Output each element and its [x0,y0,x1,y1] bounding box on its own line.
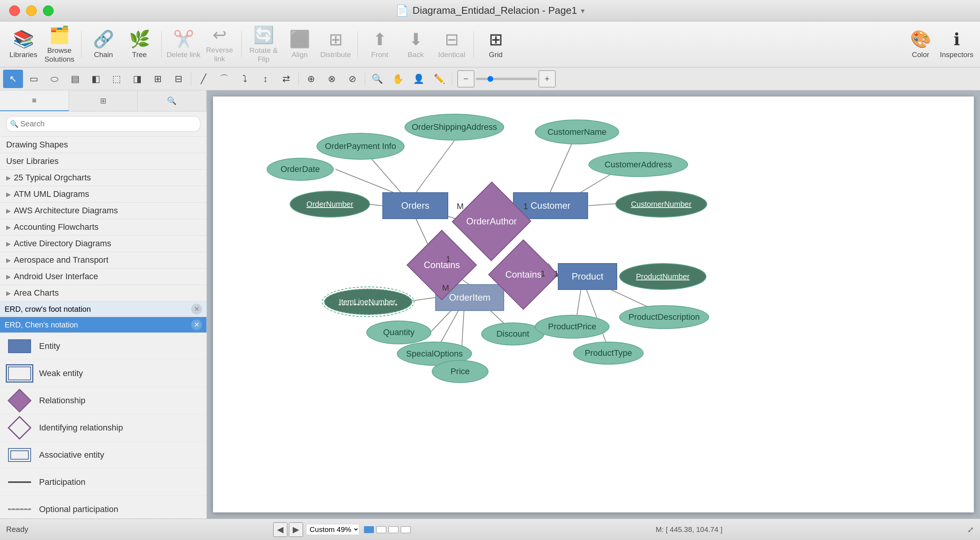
shape-item-optional-participation[interactable]: Optional participation [0,496,206,519]
attr-price[interactable]: Price [432,360,488,383]
line-tool-3[interactable]: ⤵ [235,70,255,88]
zoom-slider[interactable] [476,78,537,80]
sidebar-item-orgcharts[interactable]: ▶ 25 Typical Orgcharts [0,170,206,186]
shape-item-relationship[interactable]: Relationship [0,387,206,414]
group-tool-2[interactable]: ⊗ [322,70,342,88]
entity-orders[interactable]: Orders [382,192,448,219]
shape-item-weak-entity[interactable]: Weak entity [0,360,206,387]
zoom-select[interactable]: Custom 49% 25% 50% 75% 100% 150% 200% [306,524,359,535]
attr-order-number[interactable]: OrderNumber [290,191,370,218]
sidebar-item-active-directory[interactable]: ▶ Active Directory Diagrams [0,236,206,252]
sidebar-item-drawing-shapes[interactable]: Drawing Shapes [0,137,206,153]
distribute-button[interactable]: ⊞ Distribute [318,25,353,64]
delete-link-button[interactable]: ✂️ Delete link [166,25,201,64]
attr-product-type[interactable]: ProductType [573,342,644,365]
shape-tool-1[interactable]: ◧ [86,70,106,88]
sidebar-item-accounting[interactable]: ▶ Accounting Flowcharts [0,219,206,236]
shape-item-participation[interactable]: Participation [0,469,206,496]
attr-quantity[interactable]: Quantity [366,321,431,344]
page-indicator-1[interactable] [364,526,374,533]
zoom-out-tool[interactable]: 🔍 [367,70,387,88]
sidebar-tab-search[interactable]: 🔍 [138,90,206,111]
line-tool-4[interactable]: ↕ [256,70,275,88]
minimize-button[interactable] [26,5,37,16]
select-tool[interactable]: ↖ [3,70,23,88]
sidebar-item-atm-uml[interactable]: ▶ ATM UML Diagrams [0,186,206,203]
shape-tool-3[interactable]: ◨ [127,70,147,88]
attr-product-desc[interactable]: ProductDescription [619,305,709,329]
chain-button[interactable]: 🔗 Chain [86,25,121,64]
sidebar-item-aerospace[interactable]: ▶ Aerospace and Transport [0,252,206,268]
crow-foot-close[interactable]: ✕ [191,304,202,314]
attr-payment-info[interactable]: OrderPayment Info [316,133,405,160]
close-button[interactable] [9,5,20,16]
page-indicator-2[interactable] [376,526,386,533]
group-tool-1[interactable]: ⊕ [301,70,321,88]
svg-line-5 [416,141,454,192]
pan-tool[interactable]: ✋ [388,70,408,88]
attr-product-number[interactable]: ProductNumber [619,263,706,290]
shape-tool-2[interactable]: ⬚ [107,70,126,88]
page-indicator-4[interactable] [401,526,411,533]
attr-itemline-number[interactable]: ItemLineNumber. [324,289,412,315]
line-tool-2[interactable]: ⌒ [214,70,234,88]
rotate-flip-button[interactable]: 🔄 Rotate & Flip [246,25,281,64]
tree-button[interactable]: 🌿 Tree [122,25,157,64]
entity-product[interactable]: Product [558,263,617,290]
inspectors-button[interactable]: ℹ Inspectors [939,25,974,64]
diagram-canvas[interactable]: Orders Customer OrderItem Product OrderA… [213,97,974,512]
align-button[interactable]: ⬛ Align [282,25,317,64]
area-charts-label: Area Charts [14,288,59,298]
color-button[interactable]: 🎨 Color [903,25,938,64]
fit-to-page-button[interactable]: ⤢ [967,525,974,534]
zoom-out-button[interactable]: − [457,70,474,87]
pen-tool[interactable]: ✏️ [429,70,449,88]
sidebar-tab-list[interactable]: ≡ [0,90,69,111]
attr-shipping-address[interactable]: OrderShippingAddress [405,114,504,141]
grid-button[interactable]: ⊞ Grid [479,25,513,64]
rect-tool[interactable]: ▭ [24,70,44,88]
page-indicator-3[interactable] [388,526,398,533]
attr-customer-name[interactable]: CustomerName [535,119,619,144]
attr-order-date[interactable]: OrderDate [267,158,334,181]
attr-product-price[interactable]: ProductPrice [535,315,610,339]
browse-solutions-button[interactable]: 🗂️ Browse Solutions [42,25,77,64]
sidebar-tab-grid[interactable]: ⊞ [69,90,138,111]
title-dropdown-icon[interactable]: ▾ [581,6,585,15]
chen-close[interactable]: ✕ [191,319,202,330]
front-button[interactable]: ⬆ Front [362,25,397,64]
attr-customer-number[interactable]: CustomerNumber [615,191,707,218]
user-tool[interactable]: 👤 [409,70,429,88]
line-tool-1[interactable]: ╱ [193,70,213,88]
prev-page-button[interactable]: ◀ [273,522,287,537]
reverse-link-button[interactable]: ↩ Reverse link [202,25,237,64]
sidebar-item-area-charts[interactable]: ▶ Area Charts [0,285,206,301]
shape-item-identifying-relationship[interactable]: Identifying relationship [0,414,206,442]
shape-tool-5[interactable]: ⊟ [169,70,188,88]
shape-item-entity[interactable]: Entity [0,333,206,360]
next-page-button[interactable]: ▶ [289,522,303,537]
maximize-button[interactable] [43,5,54,16]
sidebar-item-user-libraries[interactable]: User Libraries [0,153,206,170]
libraries-button[interactable]: 📚 Libraries [6,25,41,64]
opt-participation-preview [6,500,33,519]
relationship-preview [6,391,33,410]
library-tag-chen[interactable]: ERD, Chen's notation ✕ [0,317,206,333]
line-tool-5[interactable]: ⇄ [276,70,296,88]
library-tag-crow-foot[interactable]: ERD, crow's foot notation ✕ [0,301,206,317]
status-coordinates: M: [ 445.38, 104.74 ] [656,525,722,534]
zoom-in-button[interactable]: + [539,70,556,87]
search-input[interactable] [6,116,200,132]
shape-tool-4[interactable]: ⊞ [148,70,168,88]
group-tool-3[interactable]: ⊘ [343,70,362,88]
attr-customer-address[interactable]: CustomerAddress [588,152,688,177]
accounting-label: Accounting Flowcharts [14,222,98,232]
identical-button[interactable]: ⊟ Identical [434,25,469,64]
canvas-area[interactable]: Orders Customer OrderItem Product OrderA… [207,90,980,519]
sidebar-item-android[interactable]: ▶ Android User Interface [0,268,206,285]
shape-item-associative-entity[interactable]: Associative entity [0,442,206,469]
ellipse-tool[interactable]: ⬭ [44,70,64,88]
sidebar-item-aws[interactable]: ▶ AWS Architecture Diagrams [0,203,206,219]
text-tool[interactable]: ▤ [65,70,85,88]
back-button[interactable]: ⬇ Back [398,25,433,64]
